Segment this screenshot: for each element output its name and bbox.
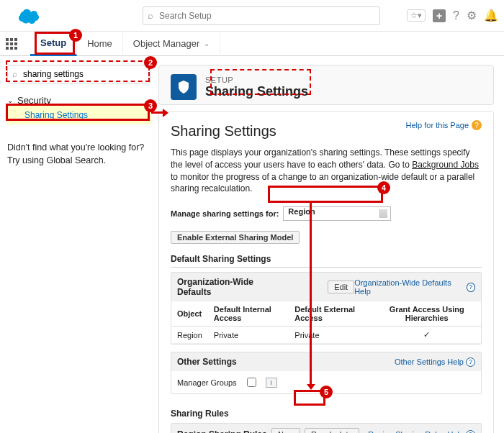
favorites-button[interactable]: ☆▾ (407, 9, 426, 22)
create-button[interactable]: + (433, 9, 446, 22)
tab-setup[interactable]: Setup (30, 32, 77, 56)
other-settings-title: Other Settings (177, 357, 237, 367)
chevron-down-icon: ⌄ (7, 96, 13, 104)
global-header: ⌕ ☆▾ + ? ⚙ 🔔 (0, 0, 504, 32)
global-search[interactable]: ⌕ (143, 6, 380, 25)
help-icon[interactable]: ? (453, 9, 459, 22)
manager-groups-checkbox[interactable] (247, 378, 256, 387)
new-sharing-rule-button[interactable]: New (271, 428, 300, 433)
salesforce-cloud-icon (16, 7, 42, 24)
search-icon: ⌕ (12, 69, 17, 79)
rules-title: Region Sharing Rules (177, 429, 267, 433)
notifications-icon[interactable]: 🔔 (484, 9, 498, 22)
help-icon: ? (467, 283, 475, 292)
page-title: Sharing Settings (205, 84, 308, 99)
chevron-down-icon: ⌄ (204, 40, 210, 47)
app-launcher-icon[interactable] (6, 38, 23, 50)
help-icon: ? (472, 120, 482, 130)
info-icon[interactable]: i (266, 378, 277, 388)
tab-home[interactable]: Home (77, 32, 123, 56)
tree-item-sharing-settings[interactable]: Sharing Settings (7, 106, 151, 124)
section-default-sharing: Default Sharing Settings (171, 254, 482, 268)
owd-table: Object Default Internal Access Default E… (171, 301, 481, 344)
tab-object-manager[interactable]: Object Manager⌄ (123, 32, 221, 56)
manage-for-label: Manage sharing settings for: (171, 209, 279, 218)
enable-external-sharing-button[interactable]: Enable External Sharing Model (171, 231, 300, 244)
manager-groups-label: Manager Groups (177, 378, 237, 387)
main-content: Help for this Page? Sharing Settings Thi… (158, 111, 494, 433)
manage-for-select[interactable]: Region (283, 206, 391, 221)
header-actions: ☆▾ + ? ⚙ 🔔 (407, 9, 498, 22)
rules-help-link[interactable]: Region Sharing Rules Help? (368, 430, 475, 433)
owd-help-link[interactable]: Organization-Wide Defaults Help? (354, 278, 475, 296)
region-sharing-rules-panel: Region Sharing Rules New Recalculate Reg… (171, 423, 482, 433)
other-settings-help-link[interactable]: Other Settings Help? (395, 357, 475, 367)
sidebar-hint: Didn't find what you're looking for? Try… (7, 142, 151, 167)
org-wide-defaults-panel: Organization-Wide Defaults Edit Organiza… (171, 272, 482, 345)
global-search-input[interactable] (158, 10, 375, 22)
setup-sidebar: ⌕ ⌄ Security Sharing Settings Didn't fin… (0, 56, 158, 433)
page-description: This page displays your organization's s… (171, 147, 482, 195)
help-icon: ? (466, 357, 475, 367)
other-settings-panel: Other Settings Other Settings Help? Mana… (171, 352, 482, 394)
gear-icon[interactable]: ⚙ (467, 9, 477, 22)
table-row: Region Private Private ✓ (171, 327, 481, 344)
recalculate-button[interactable]: Recalculate (305, 428, 359, 433)
shield-icon (171, 74, 197, 100)
background-jobs-link[interactable]: Background Jobs (412, 160, 479, 170)
owd-title: Organization-Wide Defaults (177, 277, 284, 297)
nav-tabs: Setup Home Object Manager⌄ (0, 32, 504, 56)
quick-find[interactable]: ⌕ (7, 65, 151, 83)
breadcrumb: SETUP (205, 76, 308, 84)
help-for-page-link[interactable]: Help for this Page? (406, 120, 482, 130)
section-sharing-rules: Sharing Rules (171, 409, 482, 419)
tree-section-security[interactable]: ⌄ Security (7, 95, 151, 106)
help-icon: ? (466, 430, 475, 433)
page-header: SETUP Sharing Settings (158, 65, 494, 105)
quick-find-input[interactable] (22, 68, 146, 80)
search-icon: ⌕ (148, 10, 153, 21)
owd-edit-button[interactable]: Edit (328, 281, 354, 293)
